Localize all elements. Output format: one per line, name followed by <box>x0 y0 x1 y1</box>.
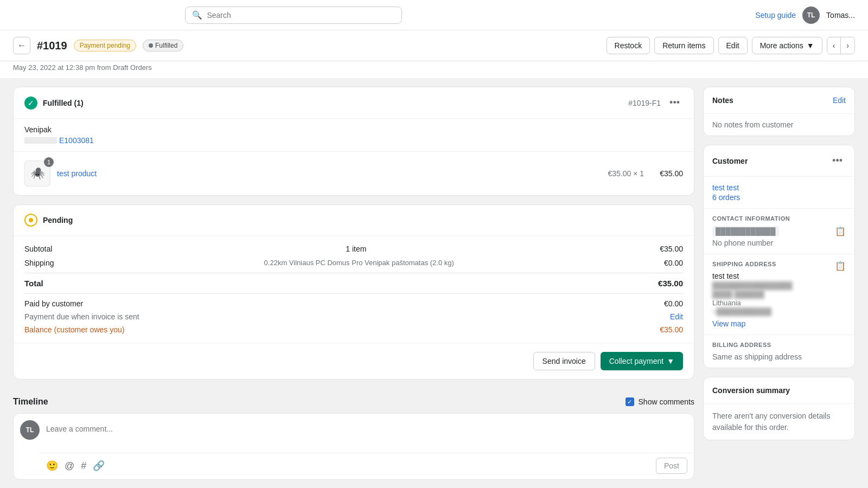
header-actions: Restock Return items Edit More actions ▼… <box>607 37 855 54</box>
product-image-wrap: 🕷️ 1 <box>24 160 50 187</box>
view-map-link[interactable]: View map <box>712 319 745 328</box>
timeline-section: Timeline ✓ Show comments TL 🙂 @ # 🔗 Post <box>13 388 694 480</box>
paid-row: Paid by customer €0.00 <box>24 299 683 308</box>
order-summary: Subtotal 1 item €35.00 Shipping 0.22km V… <box>14 236 694 343</box>
search-bar[interactable]: 🔍 <box>185 7 402 24</box>
search-input[interactable] <box>207 11 395 20</box>
notes-title: Notes <box>712 96 733 105</box>
notes-edit-link[interactable]: Edit <box>833 96 846 105</box>
user-name: Tomas... <box>826 11 855 20</box>
shipping-country: Lithuania <box>712 299 792 307</box>
show-comments-checkbox[interactable]: ✓ <box>626 397 634 406</box>
paid-label: Paid by customer <box>24 299 83 308</box>
order-number: #1019 <box>37 40 67 52</box>
post-button[interactable]: Post <box>656 458 687 474</box>
fulfilled-card: ✓ Fulfilled (1) #1019-F1 ••• Venipak E10… <box>13 87 694 196</box>
edit-button[interactable]: Edit <box>718 37 748 54</box>
total-amount: €35.00 <box>658 279 683 288</box>
pending-card: Pending Subtotal 1 item €35.00 Shipping … <box>13 204 694 380</box>
customer-header: Customer ••• <box>704 145 854 177</box>
setup-guide-link[interactable]: Setup guide <box>755 11 796 20</box>
shipping-detail: 0.22km Vilniaus PC Domus Pro Venipak paš… <box>264 259 454 267</box>
customer-menu-button[interactable]: ••• <box>829 154 846 168</box>
pending-title: Pending <box>43 216 683 224</box>
shipping-address-section: SHIPPING ADDRESS test test █████████████… <box>704 254 854 335</box>
nav-arrows: ‹ › <box>827 37 855 54</box>
attachment-icon[interactable]: 🔗 <box>93 460 105 472</box>
send-invoice-button[interactable]: Send invoice <box>533 352 595 370</box>
shipping-address2: ████ ██████ <box>712 290 792 298</box>
notes-body: No notes from customer <box>704 114 854 136</box>
summary-divider <box>24 293 683 294</box>
contact-email-row: ████████████ 📋 <box>712 226 846 236</box>
restock-button[interactable]: Restock <box>607 37 650 54</box>
pending-card-header: Pending <box>14 205 694 236</box>
shipping-label: Shipping <box>24 259 54 267</box>
user-avatar: TL <box>20 420 40 440</box>
paid-amount: €0.00 <box>664 299 683 308</box>
billing-address-section: BILLING ADDRESS Same as shipping address <box>704 335 854 368</box>
pending-card-actions: Send invoice Collect payment ▼ <box>14 343 694 379</box>
product-quantity-badge: 1 <box>44 157 54 167</box>
tracking-link[interactable]: E1003081 <box>59 136 94 145</box>
billing-label: BILLING ADDRESS <box>712 342 846 348</box>
chevron-down-icon: ▼ <box>807 41 814 50</box>
tracking-blurred <box>24 137 57 144</box>
back-button[interactable]: ← <box>13 37 30 54</box>
product-name-link[interactable]: test product <box>57 169 601 178</box>
show-comments-row[interactable]: ✓ Show comments <box>626 397 694 406</box>
customer-info-section: test test 6 orders <box>704 177 854 208</box>
payment-due-edit-link[interactable]: Edit <box>670 312 683 321</box>
return-items-button[interactable]: Return items <box>654 37 713 54</box>
fulfilled-menu-button[interactable]: ••• <box>666 96 683 110</box>
shipping-clipboard-icon[interactable]: 📋 <box>835 261 846 271</box>
tracking-section: Venipak E1003081 <box>14 119 694 152</box>
shipping-amount: €0.00 <box>664 259 683 267</box>
shipping-row: Shipping 0.22km Vilniaus PC Domus Pro Ve… <box>24 259 683 267</box>
total-label: Total <box>24 279 43 288</box>
payment-due-label: Payment due when invoice is sent <box>24 312 139 321</box>
subtotal-row: Subtotal 1 item €35.00 <box>24 245 683 253</box>
shipping-address-label: SHIPPING ADDRESS <box>712 261 792 267</box>
subtotal-label: Subtotal <box>24 245 52 253</box>
notes-header: Notes Edit <box>704 87 854 114</box>
comment-toolbar: 🙂 @ # 🔗 Post <box>40 453 694 479</box>
billing-same-text: Same as shipping address <box>712 352 802 361</box>
more-actions-button[interactable]: More actions ▼ <box>752 37 822 54</box>
subtotal-amount: €35.00 <box>660 245 683 253</box>
clipboard-icon[interactable]: 📋 <box>835 226 846 236</box>
avatar-tl[interactable]: TL <box>802 7 820 24</box>
no-notes-text: No notes from customer <box>712 120 793 129</box>
fulfilled-badge: Fulfilled <box>143 40 183 52</box>
carrier-name: Venipak <box>24 125 683 134</box>
conversion-body: There aren't any conversion details avai… <box>704 404 854 440</box>
chevron-down-icon: ▼ <box>667 357 674 365</box>
payment-pending-badge: Payment pending <box>74 40 136 52</box>
orders-count-link[interactable]: 6 orders <box>712 193 740 202</box>
prev-order-button[interactable]: ‹ <box>827 37 841 54</box>
side-column: Notes Edit No notes from customer Custom… <box>703 87 855 480</box>
notes-panel: Notes Edit No notes from customer <box>703 87 855 136</box>
balance-amount: €35.00 <box>660 325 683 334</box>
mention-icon[interactable]: @ <box>65 460 74 472</box>
shipping-phone: +███████████ <box>712 307 792 316</box>
comment-textarea[interactable] <box>46 420 687 446</box>
customer-name-link[interactable]: test test <box>712 183 846 192</box>
conversion-title: Conversion summary <box>712 386 790 395</box>
comment-input-row: TL <box>14 414 694 453</box>
collect-payment-button[interactable]: Collect payment ▼ <box>601 352 683 370</box>
contact-label: CONTACT INFORMATION <box>712 215 846 222</box>
pending-icon <box>24 214 37 227</box>
subtotal-qty: 1 item <box>346 245 366 253</box>
contact-email: ████████████ <box>712 226 779 236</box>
order-date: May 23, 2022 at 12:38 pm from Draft Orde… <box>0 61 868 78</box>
main-column: ✓ Fulfilled (1) #1019-F1 ••• Venipak E10… <box>13 87 694 480</box>
conversion-no-details: There aren't any conversion details avai… <box>712 412 830 432</box>
no-phone-text: No phone number <box>712 239 773 247</box>
next-order-button[interactable]: › <box>841 37 854 54</box>
hashtag-icon[interactable]: # <box>81 460 86 472</box>
fulfilled-order-ref: #1019-F1 <box>628 99 661 107</box>
timeline-title: Timeline <box>13 397 48 407</box>
search-icon: 🔍 <box>192 10 202 20</box>
emoji-icon[interactable]: 🙂 <box>46 460 58 472</box>
